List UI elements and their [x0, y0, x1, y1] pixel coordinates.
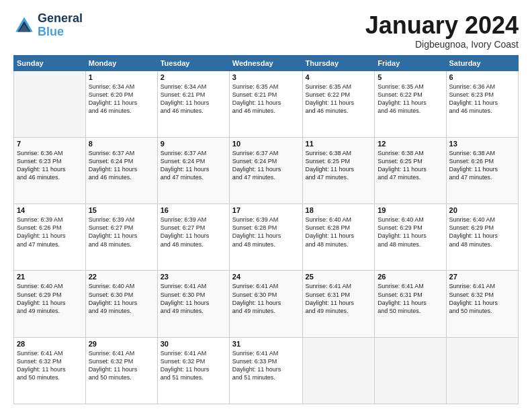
calendar-cell: 28Sunrise: 6:41 AM Sunset: 6:32 PM Dayli…: [14, 337, 86, 404]
day-number: 18: [306, 206, 372, 214]
calendar-cell: [446, 337, 518, 404]
calendar-cell: 13Sunrise: 6:38 AM Sunset: 6:26 PM Dayli…: [446, 137, 518, 203]
day-number: 14: [17, 206, 83, 214]
day-detail: Sunrise: 6:39 AM Sunset: 6:27 PM Dayligh…: [161, 216, 226, 248]
day-detail: Sunrise: 6:41 AM Sunset: 6:32 PM Dayligh…: [449, 282, 515, 315]
calendar-cell: 12Sunrise: 6:38 AM Sunset: 6:25 PM Dayli…: [375, 137, 446, 203]
day-detail: Sunrise: 6:40 AM Sunset: 6:30 PM Dayligh…: [89, 282, 154, 315]
calendar-cell: 14Sunrise: 6:39 AM Sunset: 6:26 PM Dayli…: [14, 204, 86, 271]
day-number: 13: [449, 140, 515, 148]
day-number: 7: [17, 140, 83, 148]
day-number: 22: [89, 273, 154, 281]
day-detail: Sunrise: 6:35 AM Sunset: 6:22 PM Dayligh…: [306, 83, 372, 116]
calendar-header: SundayMondayTuesdayWednesdayThursdayFrid…: [14, 55, 519, 71]
calendar-cell: 31Sunrise: 6:41 AM Sunset: 6:33 PM Dayli…: [229, 337, 302, 404]
day-number: 27: [449, 273, 515, 281]
day-number: 9: [161, 140, 226, 148]
day-detail: Sunrise: 6:39 AM Sunset: 6:26 PM Dayligh…: [17, 216, 83, 248]
day-number: 16: [161, 206, 226, 214]
day-number: 26: [378, 273, 443, 281]
calendar-cell: 8Sunrise: 6:37 AM Sunset: 6:24 PM Daylig…: [85, 137, 157, 203]
calendar-cell: 27Sunrise: 6:41 AM Sunset: 6:32 PM Dayli…: [446, 271, 518, 337]
day-number: 21: [17, 273, 83, 281]
logo: General Blue: [13, 12, 83, 39]
calendar-cell: 3Sunrise: 6:35 AM Sunset: 6:21 PM Daylig…: [229, 71, 302, 137]
day-detail: Sunrise: 6:40 AM Sunset: 6:28 PM Dayligh…: [306, 216, 372, 248]
month-title: January 2024: [365, 12, 519, 39]
calendar-cell: 4Sunrise: 6:35 AM Sunset: 6:22 PM Daylig…: [302, 71, 375, 137]
calendar-cell: 19Sunrise: 6:40 AM Sunset: 6:29 PM Dayli…: [375, 204, 446, 271]
day-detail: Sunrise: 6:38 AM Sunset: 6:25 PM Dayligh…: [306, 149, 372, 182]
day-detail: Sunrise: 6:39 AM Sunset: 6:27 PM Dayligh…: [89, 216, 154, 248]
day-number: 20: [449, 206, 515, 214]
day-detail: Sunrise: 6:41 AM Sunset: 6:31 PM Dayligh…: [378, 282, 443, 315]
subtitle: Digbeugnoa, Ivory Coast: [365, 39, 519, 50]
day-detail: Sunrise: 6:41 AM Sunset: 6:32 PM Dayligh…: [17, 349, 83, 382]
day-number: 19: [378, 206, 443, 214]
calendar-cell: 30Sunrise: 6:41 AM Sunset: 6:32 PM Dayli…: [157, 337, 229, 404]
calendar-cell: 9Sunrise: 6:37 AM Sunset: 6:24 PM Daylig…: [157, 137, 229, 203]
header-day-sunday: Sunday: [14, 55, 86, 71]
calendar-cell: 26Sunrise: 6:41 AM Sunset: 6:31 PM Dayli…: [375, 271, 446, 337]
day-detail: Sunrise: 6:38 AM Sunset: 6:26 PM Dayligh…: [449, 149, 515, 182]
day-detail: Sunrise: 6:37 AM Sunset: 6:24 PM Dayligh…: [232, 149, 300, 182]
day-number: 30: [161, 340, 226, 348]
calendar-cell: [375, 337, 446, 404]
day-detail: Sunrise: 6:40 AM Sunset: 6:29 PM Dayligh…: [449, 216, 515, 248]
day-number: 5: [378, 73, 443, 81]
day-number: 1: [89, 73, 154, 81]
calendar-cell: 29Sunrise: 6:41 AM Sunset: 6:32 PM Dayli…: [85, 337, 157, 404]
calendar-cell: 5Sunrise: 6:35 AM Sunset: 6:22 PM Daylig…: [375, 71, 446, 137]
week-row-3: 14Sunrise: 6:39 AM Sunset: 6:26 PM Dayli…: [14, 204, 519, 271]
calendar-body: 1Sunrise: 6:34 AM Sunset: 6:20 PM Daylig…: [14, 71, 519, 404]
calendar-cell: 23Sunrise: 6:41 AM Sunset: 6:30 PM Dayli…: [157, 271, 229, 337]
day-detail: Sunrise: 6:41 AM Sunset: 6:30 PM Dayligh…: [161, 282, 226, 315]
header-day-monday: Monday: [85, 55, 157, 71]
calendar-cell: 21Sunrise: 6:40 AM Sunset: 6:29 PM Dayli…: [14, 271, 86, 337]
day-detail: Sunrise: 6:40 AM Sunset: 6:29 PM Dayligh…: [378, 216, 443, 248]
day-number: 15: [89, 206, 154, 214]
day-detail: Sunrise: 6:41 AM Sunset: 6:32 PM Dayligh…: [89, 349, 154, 382]
week-row-5: 28Sunrise: 6:41 AM Sunset: 6:32 PM Dayli…: [14, 337, 519, 404]
day-detail: Sunrise: 6:34 AM Sunset: 6:20 PM Dayligh…: [89, 83, 154, 116]
logo-icon: [13, 15, 35, 36]
calendar-cell: 15Sunrise: 6:39 AM Sunset: 6:27 PM Dayli…: [85, 204, 157, 271]
calendar-cell: 7Sunrise: 6:36 AM Sunset: 6:23 PM Daylig…: [14, 137, 86, 203]
day-detail: Sunrise: 6:41 AM Sunset: 6:30 PM Dayligh…: [232, 282, 300, 315]
day-number: 3: [232, 73, 300, 81]
day-detail: Sunrise: 6:41 AM Sunset: 6:31 PM Dayligh…: [306, 282, 372, 315]
day-detail: Sunrise: 6:39 AM Sunset: 6:28 PM Dayligh…: [232, 216, 300, 248]
day-number: 23: [161, 273, 226, 281]
day-detail: Sunrise: 6:41 AM Sunset: 6:33 PM Dayligh…: [232, 349, 300, 382]
title-block: January 2024 Digbeugnoa, Ivory Coast: [365, 12, 519, 50]
calendar-cell: 24Sunrise: 6:41 AM Sunset: 6:30 PM Dayli…: [229, 271, 302, 337]
day-detail: Sunrise: 6:41 AM Sunset: 6:32 PM Dayligh…: [161, 349, 226, 382]
day-number: 17: [232, 206, 300, 214]
calendar-cell: 25Sunrise: 6:41 AM Sunset: 6:31 PM Dayli…: [302, 271, 375, 337]
header-day-friday: Friday: [375, 55, 446, 71]
header-day-saturday: Saturday: [446, 55, 518, 71]
day-number: 28: [17, 340, 83, 348]
header-day-wednesday: Wednesday: [229, 55, 302, 71]
logo-text: General Blue: [38, 12, 83, 39]
day-detail: Sunrise: 6:38 AM Sunset: 6:25 PM Dayligh…: [378, 149, 443, 182]
day-number: 2: [161, 73, 226, 81]
calendar-cell: 17Sunrise: 6:39 AM Sunset: 6:28 PM Dayli…: [229, 204, 302, 271]
calendar-cell: 18Sunrise: 6:40 AM Sunset: 6:28 PM Dayli…: [302, 204, 375, 271]
day-number: 4: [306, 73, 372, 81]
day-number: 24: [232, 273, 300, 281]
header-day-thursday: Thursday: [302, 55, 375, 71]
day-detail: Sunrise: 6:36 AM Sunset: 6:23 PM Dayligh…: [449, 83, 515, 116]
calendar-cell: 11Sunrise: 6:38 AM Sunset: 6:25 PM Dayli…: [302, 137, 375, 203]
day-number: 8: [89, 140, 154, 148]
day-number: 10: [232, 140, 300, 148]
day-number: 6: [449, 73, 515, 81]
logo-line2: Blue: [38, 26, 83, 39]
week-row-1: 1Sunrise: 6:34 AM Sunset: 6:20 PM Daylig…: [14, 71, 519, 137]
day-number: 11: [306, 140, 372, 148]
week-row-2: 7Sunrise: 6:36 AM Sunset: 6:23 PM Daylig…: [14, 137, 519, 203]
logo-line1: General: [38, 12, 83, 26]
day-number: 25: [306, 273, 372, 281]
day-detail: Sunrise: 6:37 AM Sunset: 6:24 PM Dayligh…: [161, 149, 226, 182]
calendar-cell: [302, 337, 375, 404]
